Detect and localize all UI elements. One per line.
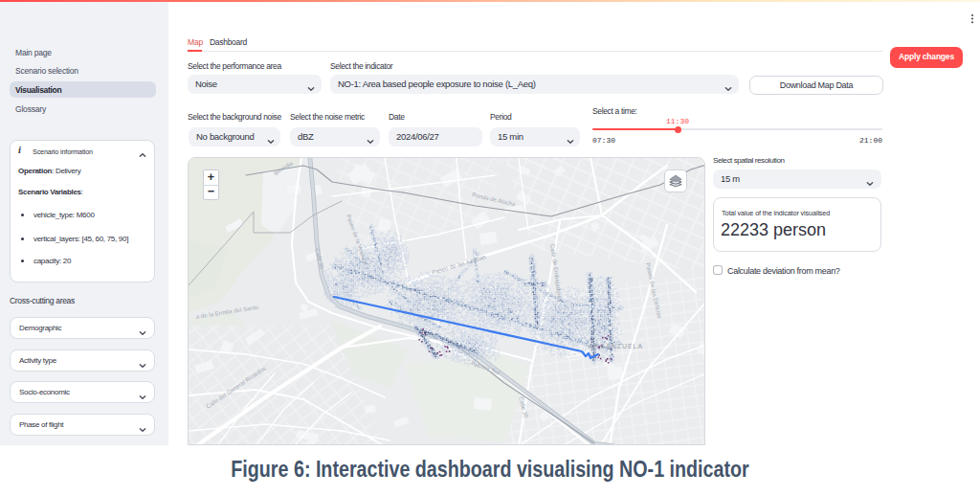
svg-text:ARGANZUELA: ARGANZUELA	[589, 343, 643, 349]
